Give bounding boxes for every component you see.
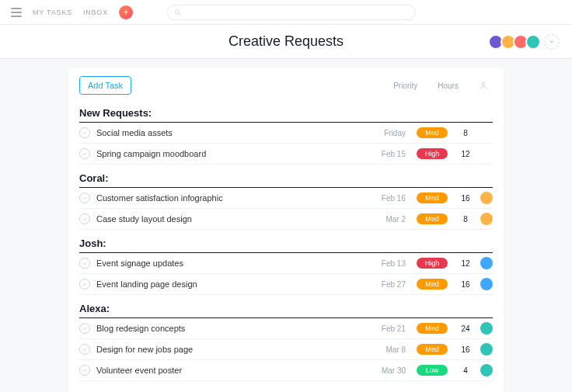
task-title[interactable]: Event landing page design — [96, 279, 370, 289]
project-members: + — [491, 34, 560, 50]
search-icon — [174, 9, 182, 16]
svg-point-2 — [482, 82, 485, 85]
complete-toggle[interactable] — [79, 258, 90, 269]
task-title[interactable]: Volunteer event poster — [96, 366, 370, 375]
menu-icon[interactable] — [11, 8, 22, 17]
assignee-avatar[interactable] — [480, 364, 493, 376]
task-date[interactable]: Feb 16 — [370, 194, 406, 203]
col-hours: Hours — [438, 82, 459, 90]
task-hours[interactable]: 12 — [459, 150, 473, 158]
complete-toggle[interactable] — [79, 279, 90, 290]
complete-toggle[interactable] — [79, 193, 90, 203]
priority-pill[interactable]: Med — [417, 279, 448, 290]
quick-add-button[interactable]: + — [119, 5, 133, 19]
task-row[interactable]: Volunteer event posterMar 30Low4 — [79, 360, 493, 381]
assignee-column-icon — [479, 81, 488, 90]
task-date[interactable]: Feb 13 — [370, 259, 406, 268]
assignee-avatar[interactable] — [480, 278, 493, 290]
task-hours[interactable]: 16 — [459, 345, 473, 354]
priority-pill[interactable]: High — [417, 258, 448, 269]
task-date[interactable]: Feb 27 — [370, 280, 406, 289]
assignee-avatar[interactable] — [480, 322, 493, 335]
content-area: Add Task Priority Hours New Requests:Soc… — [0, 59, 572, 392]
svg-line-1 — [179, 13, 180, 15]
task-date[interactable]: Mar 30 — [370, 366, 406, 375]
task-row[interactable]: Event landing page designFeb 27Med16 — [79, 274, 493, 295]
priority-pill[interactable]: Low — [417, 365, 448, 376]
task-date[interactable]: Mar 8 — [370, 345, 406, 354]
task-title[interactable]: Case study layout design — [96, 214, 370, 224]
priority-pill[interactable]: Med — [417, 127, 448, 138]
assignee-avatar[interactable] — [480, 147, 493, 160]
task-title[interactable]: Customer satisfaction infographic — [96, 193, 370, 203]
task-hours[interactable]: 8 — [459, 215, 473, 224]
task-hours[interactable]: 4 — [459, 366, 473, 375]
task-row[interactable]: Spring campaign moodboardFeb 15High12 — [79, 144, 493, 165]
complete-toggle[interactable] — [79, 127, 90, 138]
task-row[interactable]: Event signage updatesFeb 13High12 — [79, 253, 493, 274]
task-row[interactable]: Blog redesign conceptsFeb 21Med24 — [79, 318, 493, 339]
complete-toggle[interactable] — [79, 344, 90, 355]
task-hours[interactable]: 16 — [459, 194, 473, 203]
complete-toggle[interactable] — [79, 365, 90, 376]
task-sections: New Requests:Social media assetsFridayMe… — [68, 99, 504, 392]
task-date[interactable]: Feb 15 — [370, 150, 406, 158]
complete-toggle[interactable] — [79, 213, 90, 224]
task-hours[interactable]: 12 — [459, 259, 473, 268]
assignee-avatar[interactable] — [480, 192, 493, 204]
task-title[interactable]: Spring campaign moodboard — [96, 149, 370, 158]
avatar-member-4[interactable] — [525, 34, 541, 50]
panel-header: Add Task Priority Hours — [68, 68, 504, 99]
column-headers: Priority Hours — [393, 81, 493, 90]
page-header: Creative Requests + — [0, 25, 572, 59]
complete-toggle[interactable] — [79, 148, 90, 159]
search-wrap — [167, 5, 416, 20]
priority-pill[interactable]: High — [417, 148, 448, 159]
task-panel: Add Task Priority Hours New Requests:Soc… — [68, 68, 504, 392]
section-title[interactable]: New Requests: — [79, 99, 493, 123]
assignee-avatar[interactable] — [480, 213, 493, 225]
add-task-button[interactable]: Add Task — [79, 76, 131, 95]
task-title[interactable]: Event signage updates — [96, 258, 370, 268]
add-member-button[interactable]: + — [544, 34, 560, 50]
assignee-avatar[interactable] — [480, 343, 493, 356]
svg-point-0 — [176, 9, 180, 13]
search-input[interactable] — [167, 5, 416, 20]
task-title[interactable]: Design for new jobs page — [96, 345, 370, 354]
assignee-avatar[interactable] — [480, 257, 493, 269]
task-row[interactable]: Design for new jobs pageMar 8Med16 — [79, 339, 493, 360]
topbar: MY TASKS INBOX + — [0, 0, 572, 25]
task-title[interactable]: Social media assets — [96, 128, 370, 137]
task-date[interactable]: Feb 21 — [370, 324, 406, 333]
complete-toggle[interactable] — [79, 323, 90, 334]
priority-pill[interactable]: Med — [417, 323, 448, 334]
task-row[interactable]: Case study layout designMar 2Med8 — [79, 209, 493, 230]
task-hours[interactable]: 16 — [459, 280, 473, 289]
task-hours[interactable]: 8 — [459, 129, 473, 137]
nav-my-tasks[interactable]: MY TASKS — [33, 9, 72, 16]
priority-pill[interactable]: Med — [417, 193, 448, 203]
assignee-avatar[interactable] — [480, 127, 493, 139]
section-title[interactable]: Alexa: — [79, 295, 493, 318]
nav-inbox[interactable]: INBOX — [83, 9, 108, 16]
task-date[interactable]: Mar 2 — [370, 215, 406, 224]
col-priority: Priority — [393, 82, 417, 90]
section-title[interactable]: Coral: — [79, 165, 493, 188]
page-title: Creative Requests — [228, 33, 344, 50]
task-row[interactable]: Social media assetsFridayMed8 — [79, 123, 493, 144]
task-hours[interactable]: 24 — [459, 324, 473, 333]
section-title[interactable]: Josh: — [79, 230, 493, 253]
priority-pill[interactable]: Med — [417, 213, 448, 224]
task-date[interactable]: Friday — [370, 129, 406, 137]
task-row[interactable]: Customer satisfaction infographicFeb 16M… — [79, 188, 493, 209]
priority-pill[interactable]: Med — [417, 344, 448, 355]
task-title[interactable]: Blog redesign concepts — [96, 324, 370, 333]
